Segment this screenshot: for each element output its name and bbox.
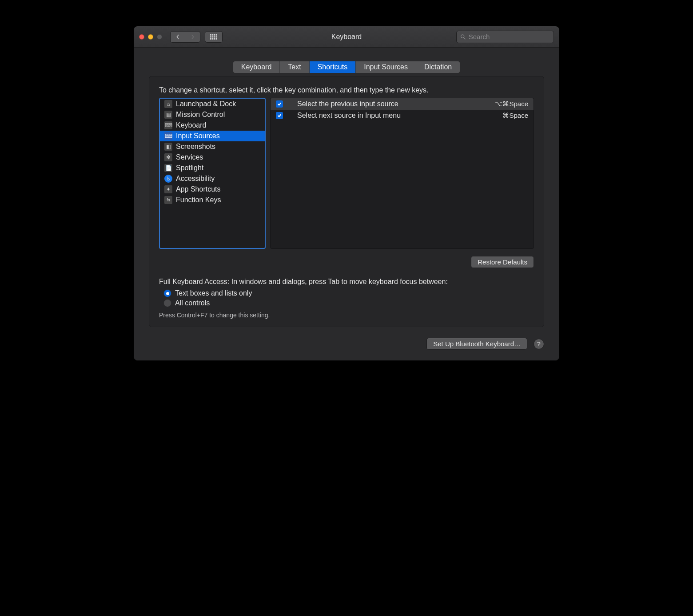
- radio-button[interactable]: [163, 299, 171, 307]
- tab-row: Keyboard Text Shortcuts Input Sources Di…: [149, 61, 544, 73]
- sidebar-item-label: Screenshots: [176, 143, 215, 151]
- shortcut-checkbox[interactable]: [276, 112, 283, 119]
- tabs: Keyboard Text Shortcuts Input Sources Di…: [233, 61, 460, 73]
- back-button[interactable]: [170, 31, 185, 43]
- accessibility-icon: ♿︎: [164, 175, 172, 183]
- shortcut-keys[interactable]: ⌥⌘Space: [495, 100, 528, 108]
- help-button[interactable]: ?: [534, 339, 544, 349]
- tab-input-sources[interactable]: Input Sources: [356, 61, 416, 73]
- full-keyboard-access-label: Full Keyboard Access: In windows and dia…: [159, 278, 534, 286]
- fka-hint: Press Control+F7 to change this setting.: [159, 312, 534, 319]
- svg-rect-4: [210, 36, 211, 37]
- content: Keyboard Text Shortcuts Input Sources Di…: [134, 48, 559, 360]
- sidebar-item-function-keys[interactable]: fn Function Keys: [160, 195, 265, 205]
- sidebar-item-label: Spotlight: [176, 164, 203, 172]
- svg-rect-11: [216, 38, 217, 40]
- svg-line-13: [464, 37, 465, 39]
- radio-button[interactable]: [163, 289, 171, 297]
- traffic-lights: [139, 34, 162, 40]
- shortcuts-panel: To change a shortcut, select it, click t…: [149, 76, 544, 327]
- svg-rect-6: [214, 36, 215, 37]
- svg-rect-1: [212, 34, 213, 36]
- mission-control-icon: ▦: [164, 111, 172, 119]
- tab-shortcuts[interactable]: Shortcuts: [310, 61, 356, 73]
- sidebar-item-label: Mission Control: [176, 111, 225, 119]
- sidebar-item-label: Launchpad & Dock: [176, 100, 236, 108]
- keyboard-icon: ⌨: [164, 121, 172, 129]
- services-icon: ✻: [164, 153, 172, 161]
- search-input[interactable]: [469, 33, 550, 40]
- tab-keyboard[interactable]: Keyboard: [233, 61, 280, 73]
- sidebar-item-mission-control[interactable]: ▦ Mission Control: [160, 109, 265, 120]
- zoom-button[interactable]: [157, 34, 162, 40]
- shortcut-row[interactable]: Select the previous input source ⌥⌘Space: [271, 98, 534, 110]
- radio-label: Text boxes and lists only: [175, 289, 252, 297]
- svg-rect-9: [212, 38, 213, 40]
- shortcut-list[interactable]: Select the previous input source ⌥⌘Space…: [270, 98, 534, 249]
- svg-rect-10: [214, 38, 215, 40]
- search-field-wrap[interactable]: [456, 31, 554, 43]
- sidebar-item-keyboard[interactable]: ⌨ Keyboard: [160, 120, 265, 131]
- sidebar-item-label: App Shortcuts: [176, 185, 221, 193]
- preferences-window: Keyboard Keyboard Text Shortcuts Input S…: [133, 26, 560, 361]
- radio-label: All controls: [175, 299, 210, 307]
- bluetooth-keyboard-button[interactable]: Set Up Bluetooth Keyboard…: [426, 338, 527, 350]
- shortcut-checkbox[interactable]: [276, 100, 283, 108]
- svg-rect-0: [210, 34, 211, 36]
- svg-rect-2: [214, 34, 215, 36]
- sidebar-item-accessibility[interactable]: ♿︎ Accessibility: [160, 173, 265, 184]
- show-all-button[interactable]: [205, 31, 223, 43]
- minimize-button[interactable]: [148, 34, 153, 40]
- forward-button[interactable]: [185, 31, 200, 43]
- search-icon: [460, 34, 466, 40]
- check-icon: [277, 113, 282, 118]
- shortcut-row[interactable]: Select next source in Input menu ⌘Space: [271, 110, 534, 121]
- sidebar-item-label: Services: [176, 153, 203, 161]
- tab-text[interactable]: Text: [280, 61, 309, 73]
- close-button[interactable]: [139, 34, 144, 40]
- sidebar-item-screenshots[interactable]: ◧ Screenshots: [160, 141, 265, 152]
- screenshots-icon: ◧: [164, 143, 172, 151]
- sidebar-item-app-shortcuts[interactable]: ✦ App Shortcuts: [160, 184, 265, 195]
- instruction-text: To change a shortcut, select it, click t…: [159, 86, 534, 94]
- launchpad-icon: ⌂: [164, 100, 172, 108]
- sidebar-item-input-sources[interactable]: ⌨ Input Sources: [160, 131, 265, 141]
- fka-radio-group: Text boxes and lists only All controls: [163, 288, 534, 308]
- sidebar-item-services[interactable]: ✻ Services: [160, 152, 265, 163]
- grid-icon: [210, 34, 217, 40]
- tab-dictation[interactable]: Dictation: [416, 61, 460, 73]
- sidebar-item-spotlight[interactable]: 📄 Spotlight: [160, 163, 265, 173]
- svg-rect-5: [212, 36, 213, 37]
- sidebar-item-label: Keyboard: [176, 121, 207, 129]
- function-keys-icon: fn: [164, 196, 172, 204]
- shortcut-keys[interactable]: ⌘Space: [502, 112, 528, 120]
- sidebar-item-label: Function Keys: [176, 196, 221, 204]
- spotlight-icon: 📄: [164, 164, 172, 172]
- chevron-left-icon: [175, 34, 180, 40]
- radio-text-boxes-only[interactable]: Text boxes and lists only: [163, 288, 534, 298]
- app-shortcuts-icon: ✦: [164, 185, 172, 193]
- shortcut-label: Select the previous input source: [289, 100, 489, 108]
- svg-rect-8: [210, 38, 211, 40]
- input-sources-icon: ⌨: [164, 132, 172, 140]
- footer: Set Up Bluetooth Keyboard… ?: [149, 338, 544, 350]
- svg-rect-3: [216, 34, 217, 36]
- svg-rect-7: [216, 36, 217, 37]
- restore-row: Restore Defaults: [159, 256, 534, 268]
- nav-buttons: [170, 31, 200, 43]
- check-icon: [277, 102, 282, 106]
- titlebar: Keyboard: [134, 26, 559, 48]
- sidebar-item-launchpad[interactable]: ⌂ Launchpad & Dock: [160, 99, 265, 109]
- radio-all-controls[interactable]: All controls: [163, 298, 534, 308]
- sidebar-item-label: Accessibility: [176, 175, 215, 183]
- window-title: Keyboard: [331, 33, 362, 41]
- sidebar-item-label: Input Sources: [176, 132, 220, 140]
- chevron-right-icon: [191, 34, 195, 40]
- category-list[interactable]: ⌂ Launchpad & Dock ▦ Mission Control ⌨ K…: [159, 98, 266, 249]
- restore-defaults-button[interactable]: Restore Defaults: [471, 256, 534, 268]
- split-view: ⌂ Launchpad & Dock ▦ Mission Control ⌨ K…: [159, 98, 534, 249]
- shortcut-label: Select next source in Input menu: [289, 112, 496, 120]
